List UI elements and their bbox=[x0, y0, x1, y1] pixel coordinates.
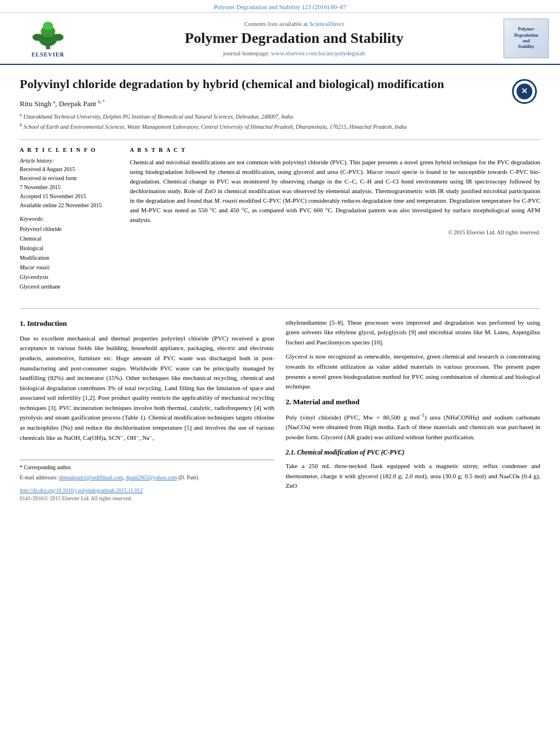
author-2: Deepak Pant b, * bbox=[59, 99, 104, 108]
journal-ref-text: Polymer Degradation and Stability 123 (2… bbox=[214, 3, 347, 10]
section2-label: Material and method bbox=[293, 397, 360, 406]
elsevier-name: ELSEVIER bbox=[32, 51, 65, 58]
crossmark-circle: ✕ bbox=[512, 79, 537, 104]
intro-section-num: 1. bbox=[20, 319, 25, 327]
section2-title: 2. Material and method bbox=[286, 396, 540, 408]
keyword-5: Mucor rouxii bbox=[20, 263, 119, 272]
body-right-column: ethylenediamine [5–8]. These processes w… bbox=[286, 318, 540, 504]
keyword-3: Biological bbox=[20, 243, 119, 253]
keyword-list: Polyvinyl chloride Chemical Biological M… bbox=[20, 224, 119, 291]
contents-available-line: Contents lists available at ScienceDirec… bbox=[90, 20, 498, 27]
article-dates: Received 4 August 2015 Received in revis… bbox=[20, 165, 119, 210]
svg-point-4 bbox=[33, 34, 43, 41]
affiliation-a: a Uttarakhand Technical University, Dolp… bbox=[20, 112, 540, 121]
doi-area: http://dx.doi.org/10.1016/j.polymdegrads… bbox=[20, 487, 274, 503]
journal-homepage-line: journal homepage: www.elsevier.com/locat… bbox=[90, 50, 498, 56]
keyword-6: Glycerolysis bbox=[20, 272, 119, 282]
main-content: Polyvinyl chloride degradation by hybrid… bbox=[0, 65, 560, 514]
right-para-4: Take a 250 mL three-necked flask equippe… bbox=[286, 461, 540, 491]
journal-cover-thumbnail: Polymer Degradation and Stability bbox=[504, 19, 549, 58]
subsection-2-1-title: 2.1. Chemical modification of PVC (C-PVC… bbox=[286, 448, 540, 458]
footnotes: * Corresponding author. E-mail addresses… bbox=[20, 460, 274, 482]
email-addresses: E-mail addresses: deepakpant1@rediffmail… bbox=[20, 474, 274, 482]
article-info-panel: A R T I C L E I N F O Article history: R… bbox=[20, 147, 119, 297]
section2-num: 2. bbox=[286, 397, 291, 406]
divider-1 bbox=[20, 139, 540, 140]
affiliation-b: b School of Earth and Environmental Scie… bbox=[20, 122, 540, 131]
email-1-link[interactable]: deepakpant1@rediffmail.com bbox=[59, 475, 123, 480]
keyword-4: Modification bbox=[20, 253, 119, 263]
svg-point-5 bbox=[53, 34, 63, 41]
crossmark-icon: ✕ bbox=[517, 84, 532, 99]
crossmark-badge: ✕ bbox=[512, 79, 540, 107]
doi-link[interactable]: http://dx.doi.org/10.1016/j.polymdegrads… bbox=[20, 488, 143, 493]
right-para-2: Glycerol is now recognized as renewable,… bbox=[286, 352, 540, 391]
author-1: Ritu Singh a bbox=[20, 99, 55, 108]
svg-point-3 bbox=[43, 22, 53, 30]
intro-section-label: Introduction bbox=[27, 319, 67, 327]
keywords-label: Keywords: bbox=[20, 216, 119, 222]
article-info-abstract-row: A R T I C L E I N F O Article history: R… bbox=[20, 147, 540, 297]
email-2-link[interactable]: dpant2003@yahoo.com bbox=[126, 475, 177, 480]
journal-header: ELSEVIER Contents lists available at Sci… bbox=[0, 13, 560, 65]
publisher-logo-area: ELSEVIER bbox=[11, 19, 85, 58]
issn-line: 0141-3910/© 2015 Elsevier Ltd. All right… bbox=[20, 495, 274, 503]
abstract-heading: A B S T R A C T bbox=[130, 147, 540, 153]
keyword-1: Polyvinyl chloride bbox=[20, 224, 119, 234]
corresponding-author-note: * Corresponding author. bbox=[20, 464, 274, 472]
journal-reference-bar: Polymer Degradation and Stability 123 (2… bbox=[0, 0, 560, 13]
doi-link-line: http://dx.doi.org/10.1016/j.polymdegrads… bbox=[20, 487, 274, 495]
keyword-2: Chemical bbox=[20, 234, 119, 243]
authors-line: Ritu Singh a, Deepak Pant b, * bbox=[20, 99, 540, 108]
article-info-heading: A R T I C L E I N F O bbox=[20, 147, 119, 153]
keywords-group: Keywords: Polyvinyl chloride Chemical Bi… bbox=[20, 216, 119, 291]
journal-title: Polymer Degradation and Stability bbox=[90, 29, 498, 47]
right-para-3: Poly (vinyl chloride) (PVC, Mw = 80,500 … bbox=[286, 412, 540, 442]
abstract-panel: A B S T R A C T Chemical and microbial m… bbox=[130, 147, 540, 297]
intro-section-title: 1. Introduction bbox=[20, 318, 274, 329]
copyright-notice: © 2015 Elsevier Ltd. All rights reserved… bbox=[130, 229, 540, 235]
body-content: 1. Introduction Due to excellent mechani… bbox=[20, 308, 540, 504]
paper-title: Polyvinyl chloride degradation by hybrid… bbox=[20, 76, 540, 93]
keyword-7: Glycerol urethane bbox=[20, 282, 119, 291]
article-history: Article history: Received 4 August 2015 … bbox=[20, 158, 119, 210]
sciencedirect-link[interactable]: ScienceDirect bbox=[309, 20, 344, 27]
elsevier-logo: ELSEVIER bbox=[11, 19, 85, 58]
journal-title-center: Contents lists available at ScienceDirec… bbox=[90, 20, 498, 56]
article-history-label: Article history: bbox=[20, 158, 119, 164]
journal-cover-box: Polymer Degradation and Stability bbox=[504, 19, 549, 58]
intro-para-1: Due to excellent mechanical and thermal … bbox=[20, 334, 274, 443]
homepage-url[interactable]: www.elsevier.com/locate/polydegstab bbox=[271, 50, 365, 56]
elsevier-tree-icon bbox=[25, 19, 71, 50]
abstract-text: Chemical and microbial modifications are… bbox=[130, 158, 540, 225]
affiliations: a Uttarakhand Technical University, Dolp… bbox=[20, 112, 540, 132]
body-left-column: 1. Introduction Due to excellent mechani… bbox=[20, 318, 274, 504]
right-para-1: ethylenediamine [5–8]. These processes w… bbox=[286, 318, 540, 348]
